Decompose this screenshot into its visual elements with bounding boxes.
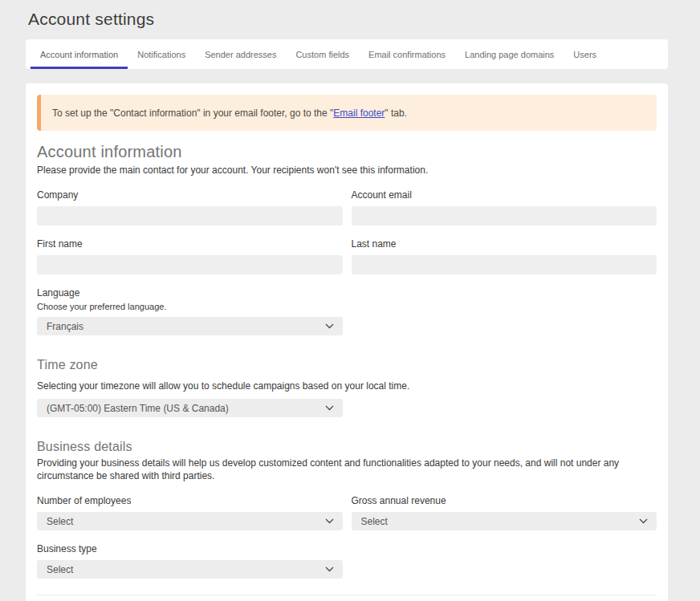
business-fields-grid: Number of employees Select Gross annual … — [37, 482, 657, 530]
business-type-label: Business type — [37, 543, 343, 554]
alert-text: To set up the "Contact information" in y… — [41, 95, 418, 131]
account-settings-page: Account settings Account information Not… — [0, 0, 700, 601]
chevron-down-icon — [325, 323, 334, 329]
account-information-heading: Account information — [37, 143, 657, 161]
last-name-input[interactable] — [352, 255, 657, 274]
revenue-field: Gross annual revenue Select — [352, 482, 657, 530]
time-zone-heading: Time zone — [37, 358, 657, 372]
revenue-label: Gross annual revenue — [352, 495, 657, 506]
time-zone-select-value: (GMT-05:00) Eastern Time (US & Canada) — [47, 403, 229, 414]
account-information-description: Please provide the main contact for your… — [37, 164, 657, 177]
first-name-input[interactable] — [37, 255, 343, 274]
employees-select[interactable]: Select — [37, 512, 343, 530]
language-label: Language — [37, 287, 343, 298]
settings-card: To set up the "Contact information" in y… — [26, 83, 668, 601]
email-footer-link[interactable]: Email footer — [333, 108, 385, 119]
business-type-select-value: Select — [47, 564, 73, 575]
business-details-description: Providing your business details will hel… — [37, 457, 657, 482]
time-zone-select[interactable]: (GMT-05:00) Eastern Time (US & Canada) — [37, 399, 343, 417]
chevron-down-icon — [325, 405, 334, 411]
chevron-down-icon — [639, 518, 648, 524]
last-name-field: Last name — [352, 225, 657, 274]
first-name-label: First name — [37, 238, 343, 250]
account-email-input[interactable] — [352, 206, 657, 225]
tab-landing-page-domains[interactable]: Landing page domains — [455, 39, 564, 69]
last-name-label: Last name — [352, 238, 657, 250]
company-input[interactable] — [37, 206, 343, 225]
language-field: Language Choose your preferred language.… — [37, 287, 343, 335]
revenue-select[interactable]: Select — [352, 512, 657, 530]
time-zone-hint: Selecting your timezone will allow you t… — [37, 380, 657, 392]
business-type-select[interactable]: Select — [37, 560, 343, 579]
card-footer: Save — [37, 595, 657, 601]
account-email-label: Account email — [352, 189, 657, 201]
employees-field: Number of employees Select — [37, 482, 343, 530]
tab-email-confirmations[interactable]: Email confirmations — [359, 39, 455, 69]
language-hint: Choose your preferred language. — [37, 302, 343, 311]
company-field: Company — [37, 177, 343, 225]
employees-select-value: Select — [47, 516, 73, 527]
language-select[interactable]: Français — [37, 317, 343, 335]
tab-users[interactable]: Users — [564, 39, 606, 69]
business-type-field: Business type Select — [37, 543, 343, 579]
account-email-field: Account email — [352, 177, 657, 225]
alert-text-after: " tab. — [385, 108, 407, 119]
tab-sender-addresses[interactable]: Sender addresses — [195, 39, 286, 69]
business-details-heading: Business details — [37, 440, 657, 454]
language-select-value: Français — [47, 321, 83, 332]
chevron-down-icon — [325, 518, 334, 524]
revenue-select-value: Select — [361, 516, 388, 527]
employees-label: Number of employees — [37, 495, 343, 506]
first-name-field: First name — [37, 225, 343, 274]
company-label: Company — [37, 189, 343, 201]
tab-account-information[interactable]: Account information — [31, 39, 128, 69]
tab-custom-fields[interactable]: Custom fields — [286, 39, 359, 69]
email-footer-alert: To set up the "Contact information" in y… — [37, 95, 657, 131]
tab-notifications[interactable]: Notifications — [128, 39, 195, 69]
account-fields-grid: Company Account email First name Last na… — [37, 177, 657, 274]
tab-bar: Account information Notifications Sender… — [26, 39, 668, 69]
alert-text-before: To set up the "Contact information" in y… — [52, 108, 333, 119]
chevron-down-icon — [325, 566, 334, 572]
page-title: Account settings — [26, 0, 668, 39]
